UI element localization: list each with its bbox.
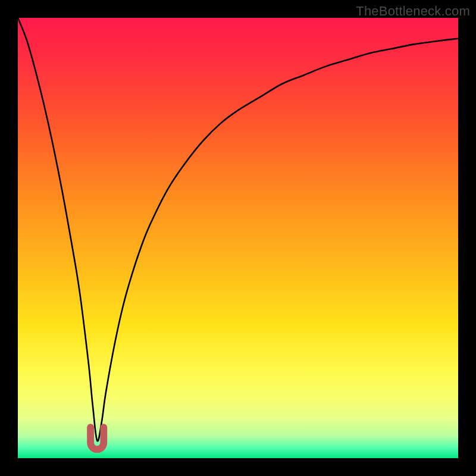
watermark-text: TheBottleneck.com [356, 4, 470, 19]
plot-area [18, 18, 458, 458]
bottleneck-curve [18, 18, 458, 441]
outer-frame: TheBottleneck.com [0, 0, 476, 476]
curve-layer [18, 18, 458, 458]
